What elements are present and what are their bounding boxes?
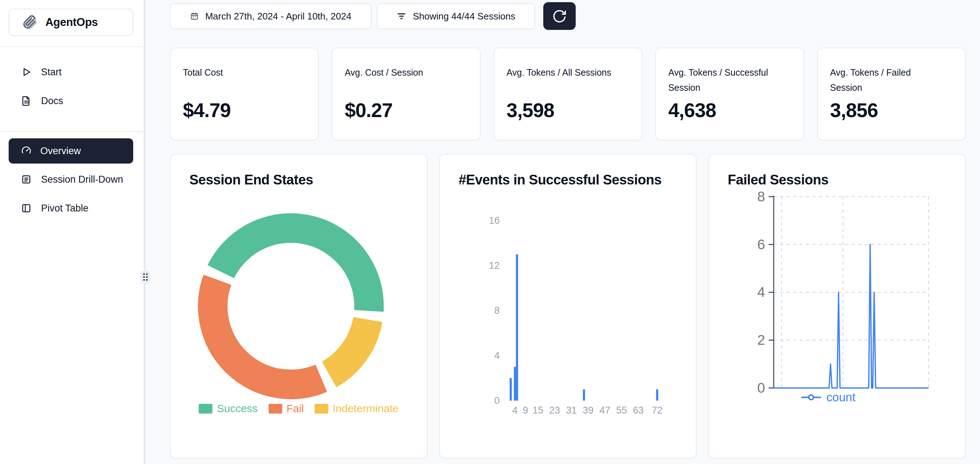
failed-sessions-line-chart: 02468 xyxy=(709,155,966,459)
donut-chart-card: Session End States Success Fail Indeterm… xyxy=(170,154,428,459)
stat-card-avg-cost-session: Avg. Cost / Session $0.27 xyxy=(332,48,480,140)
grip-dots-icon xyxy=(143,273,148,281)
gauge-icon xyxy=(21,145,32,156)
svg-text:4: 4 xyxy=(757,284,765,300)
stats-row: Total Cost $4.79 Avg. Cost / Session $0.… xyxy=(170,48,966,140)
stat-label: Avg. Tokens / Successful Session xyxy=(668,65,773,96)
svg-text:39: 39 xyxy=(582,405,593,416)
svg-text:8: 8 xyxy=(494,305,500,316)
svg-text:6: 6 xyxy=(757,237,765,252)
count-legend[interactable]: count xyxy=(801,391,856,404)
stat-card-total-cost: Total Cost $4.79 xyxy=(170,48,319,140)
svg-text:16: 16 xyxy=(489,215,500,226)
svg-text:12: 12 xyxy=(489,260,500,271)
donut-legend: Success Fail Indeterminate xyxy=(171,402,427,415)
stat-value: 3,598 xyxy=(507,99,631,122)
svg-text:8: 8 xyxy=(757,189,765,204)
stat-value: $0.27 xyxy=(345,99,469,122)
document-icon xyxy=(21,96,32,106)
charts-row: Session End States Success Fail Indeterm… xyxy=(170,154,966,459)
stat-card-avg-tokens-successful: Avg. Tokens / Successful Session 4,638 xyxy=(655,48,804,140)
filter-label: Showing 44/44 Sessions xyxy=(413,11,515,22)
legend-label: Success xyxy=(217,402,258,415)
events-chart-card: #Events in Successful Sessions 048121649… xyxy=(439,154,697,459)
sidebar-item-label: Docs xyxy=(41,96,64,107)
svg-text:15: 15 xyxy=(533,405,543,416)
stat-value: 4,638 xyxy=(668,99,792,122)
svg-text:23: 23 xyxy=(549,405,560,416)
failed-sessions-chart-card: Failed Sessions 02468 count xyxy=(708,154,966,459)
sidebar-item-label: Pivot Table xyxy=(41,203,89,214)
stat-card-avg-tokens-all: Avg. Tokens / All Sessions 3,598 xyxy=(493,48,642,140)
pivot-table-icon xyxy=(21,203,32,214)
sidebar: AgentOps Start Docs Overview xyxy=(0,0,145,464)
sidebar-resize-handle[interactable] xyxy=(140,270,150,284)
stat-value: $4.79 xyxy=(183,99,307,122)
events-histogram: 0481216491523313947556372 xyxy=(440,155,697,459)
indeterminate-swatch-icon xyxy=(315,404,328,413)
stat-label: Total Cost xyxy=(183,65,288,96)
success-swatch-icon xyxy=(199,404,212,413)
calendar-icon xyxy=(190,12,199,21)
svg-text:63: 63 xyxy=(633,405,644,416)
sidebar-item-start[interactable]: Start xyxy=(0,58,145,86)
stat-label: Avg. Tokens / All Sessions xyxy=(507,65,612,96)
list-icon xyxy=(21,174,32,185)
date-range-button[interactable]: March 27th, 2024 - April 10th, 2024 xyxy=(170,3,372,29)
sidebar-divider xyxy=(0,46,145,47)
filter-button[interactable]: Showing 44/44 Sessions xyxy=(377,3,535,29)
paperclip-icon xyxy=(22,15,37,30)
play-icon xyxy=(21,67,32,77)
refresh-icon xyxy=(552,8,567,24)
sidebar-item-label: Overview xyxy=(40,145,81,157)
sidebar-divider xyxy=(0,131,145,132)
sidebar-item-docs[interactable]: Docs xyxy=(0,87,145,115)
stat-value: 3,856 xyxy=(830,99,955,122)
svg-text:9: 9 xyxy=(522,405,528,416)
svg-text:55: 55 xyxy=(616,405,627,416)
sidebar-item-pivot-table[interactable]: Pivot Table xyxy=(0,194,145,222)
app-title: AgentOps xyxy=(45,16,98,29)
sidebar-item-label: Session Drill-Down xyxy=(41,174,123,185)
main-content: March 27th, 2024 - April 10th, 2024 Show… xyxy=(147,0,980,464)
stat-label: Avg. Tokens / Failed Session xyxy=(830,65,935,96)
legend-item-success[interactable]: Success xyxy=(199,402,258,415)
app-logo[interactable]: AgentOps xyxy=(9,9,133,36)
svg-text:47: 47 xyxy=(600,405,610,416)
stat-card-avg-tokens-failed: Avg. Tokens / Failed Session 3,856 xyxy=(817,48,966,140)
svg-text:31: 31 xyxy=(566,405,577,416)
refresh-button[interactable] xyxy=(543,2,576,30)
sidebar-item-label: Start xyxy=(41,67,62,78)
svg-text:0: 0 xyxy=(494,395,500,406)
sidebar-item-overview[interactable]: Overview xyxy=(9,138,133,164)
svg-text:2: 2 xyxy=(757,332,765,348)
legend-label: Indeterminate xyxy=(332,402,399,415)
legend-item-indeterminate[interactable]: Indeterminate xyxy=(315,402,399,415)
legend-count-marker-icon xyxy=(801,394,821,401)
legend-label: count xyxy=(826,391,856,404)
legend-item-fail[interactable]: Fail xyxy=(269,402,304,415)
legend-label: Fail xyxy=(286,402,304,415)
svg-text:72: 72 xyxy=(652,405,662,416)
svg-text:0: 0 xyxy=(757,380,765,395)
sidebar-item-session-drill-down[interactable]: Session Drill-Down xyxy=(0,165,145,193)
fail-swatch-icon xyxy=(269,404,282,413)
stat-label: Avg. Cost / Session xyxy=(345,65,450,96)
svg-text:4: 4 xyxy=(512,405,517,416)
filter-icon xyxy=(396,11,406,21)
date-range-label: March 27th, 2024 - April 10th, 2024 xyxy=(205,11,352,22)
svg-text:4: 4 xyxy=(494,350,500,361)
